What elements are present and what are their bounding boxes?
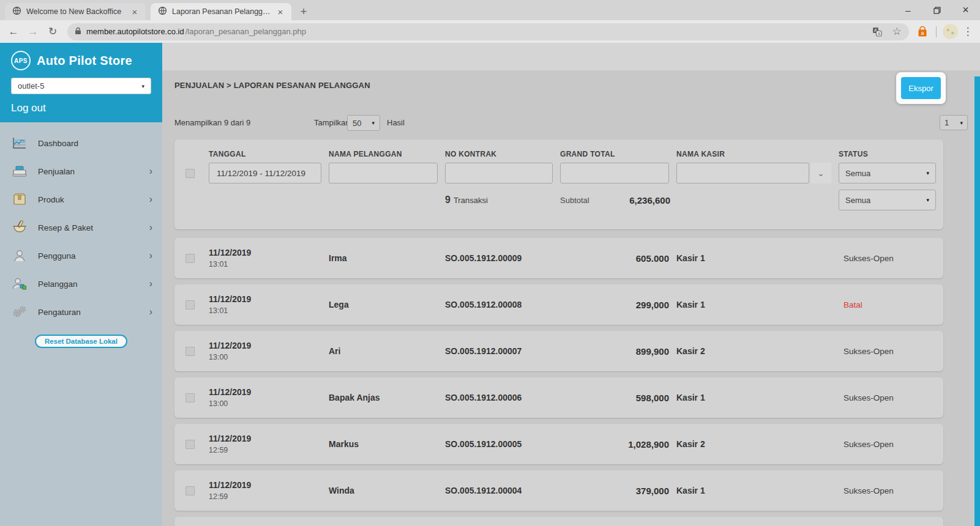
window-close-button[interactable]: × [951,0,980,20]
page-size-select[interactable]: 50 ▾ [347,115,380,131]
sidebar-item-dashboard[interactable]: Dashboard [0,129,162,157]
row-customer: Ari [329,346,445,356]
page-size-value: 50 [353,119,361,128]
row-checkbox[interactable] [185,440,195,449]
caret-down-icon: ▾ [960,120,963,126]
export-button[interactable]: Ekspor [901,77,941,99]
customer-name-filter-input[interactable] [329,163,438,183]
results-info-row: Menampilkan 9 dari 9 Tampilkan 50 ▾ Hasi… [174,115,968,131]
package-box-icon [11,193,28,206]
row-grand-total: 379,000 [560,486,676,496]
tab-close-icon[interactable]: × [130,7,140,17]
column-header-no-kontrak: NO KONTRAK [445,150,560,158]
row-customer: Markus [329,439,445,449]
cashier-filter-input[interactable] [676,163,809,183]
table-row[interactable]: 11/12/201913:01 Irma SO.005.1912.00009 6… [174,238,943,278]
aps-logo-icon: APS [11,51,31,70]
outlet-select[interactable]: outlet-5 ▾ [11,78,151,94]
table-row[interactable]: 11/12/201912:59 Markus SO.005.1912.00005… [174,424,943,464]
row-grand-total: 1,028,900 [560,439,676,450]
table-row[interactable]: 11/12/201913:00 Ari SO.005.1912.00007 89… [174,331,943,371]
row-date: 11/12/2019 [209,434,329,443]
sidebar-item-pengaturan[interactable]: Pengaturan › [0,298,162,326]
cash-register-icon [11,165,28,178]
column-header-nama-kasir: NAMA KASIR [676,150,839,158]
forward-button-icon[interactable]: → [24,23,42,40]
date-range-filter-input[interactable]: 11/12/2019 - 11/12/2019 [209,163,321,183]
page-number-value: 1 [944,118,949,127]
svg-text:a: a [878,31,880,35]
status-filter-select[interactable]: Semua ▾ [839,163,936,183]
select-all-checkbox[interactable] [185,169,195,178]
sidebar-item-label: Penjualan [38,167,140,176]
table-row[interactable]: 11/12/201913:00 Bapak Anjas SO.005.1912.… [174,377,943,418]
extension-shopping-icon[interactable]: a [915,24,930,39]
address-bar[interactable]: member.autopilotstore.co.id/laporan_pesa… [67,23,909,40]
new-tab-button[interactable]: + [295,3,312,20]
row-grand-total: 299,000 [560,300,676,310]
sidebar-item-label: Resep & Paket [38,223,140,232]
sidebar-item-penjualan[interactable]: Penjualan › [0,157,162,185]
window-restore-button[interactable] [922,0,951,20]
status-filter-2-value: Semua [845,196,870,205]
sidebar-item-produk[interactable]: Produk › [0,185,162,213]
status-filter-select-2[interactable]: Semua ▾ [839,190,936,210]
row-contract-no: SO.005.1912.00004 [445,486,560,495]
page-number-select[interactable]: 1 ▾ [940,115,968,130]
row-checkbox[interactable] [185,393,195,402]
reset-database-button[interactable]: Reset Database Lokal [35,335,127,348]
cashier-dropdown-chevron-icon[interactable]: ⌄ [810,163,831,183]
translate-icon[interactable]: Aa [870,24,885,39]
row-cashier: Kasir 1 [676,486,839,495]
row-checkbox[interactable] [185,347,195,356]
caret-down-icon: ▾ [141,83,144,89]
profile-avatar[interactable] [943,24,958,39]
browser-tab-backoffice[interactable]: Welcome to New Backoffice × [5,3,146,20]
showing-count-text: Menampilkan 9 dari 9 [174,118,250,127]
window-controls: – × [894,0,980,20]
grand-total-filter-input[interactable] [560,163,669,183]
sidebar-item-resep-paket[interactable]: Resep & Paket › [0,213,162,242]
row-checkbox[interactable] [185,254,195,263]
export-button-container: Ekspor [896,72,946,104]
row-customer: Lega [329,300,445,309]
sidebar-menu: Dashboard Penjualan › Produk › [0,122,162,348]
contract-no-filter-input[interactable] [445,163,553,183]
table-row[interactable]: 11/12/201912:59 Winda SO.005.1912.00004 … [174,470,943,511]
tab-close-icon[interactable]: × [275,7,285,17]
logout-link[interactable]: Log out [11,102,151,114]
chevron-right-icon: › [149,250,152,261]
chevron-right-icon: › [149,222,152,233]
dashboard-chart-icon [11,136,28,150]
transaction-count: 9Transaksi [445,194,560,206]
row-time: 13:00 [209,353,329,361]
back-button-icon[interactable]: ← [5,23,22,40]
window-minimize-button[interactable]: – [894,0,922,20]
content-top-band [162,43,980,70]
sidebar-item-label: Produk [38,195,140,204]
results-label: Hasil [387,118,405,127]
row-time: 12:59 [209,446,329,454]
table-row-partial[interactable] [174,517,943,526]
browser-menu-kebab-icon[interactable]: ⋮ [960,24,975,39]
customer-icon [11,277,28,291]
sidebar-item-label: Pengaturan [38,308,140,317]
column-header-tanggal: TANGGAL [209,150,329,158]
browser-tab-laporan[interactable]: Laporan Pesanan Pelanggan × [151,3,291,20]
column-header-grand-total: GRAND TOTAL [560,150,676,158]
browser-window: Welcome to New Backoffice × Laporan Pesa… [0,0,980,526]
row-checkbox[interactable] [185,300,195,309]
bookmark-star-icon[interactable]: ☆ [889,24,904,39]
row-grand-total: 605.000 [560,253,676,264]
toolbar-divider [936,26,937,37]
tab-title: Laporan Pesanan Pelanggan [172,7,271,16]
content-scrollbar[interactable] [974,76,980,526]
row-cashier: Kasir 1 [676,393,839,402]
row-checkbox[interactable] [185,486,195,495]
sidebar-item-pelanggan[interactable]: Pelanggan › [0,270,162,298]
reload-button-icon[interactable]: ↻ [44,23,61,40]
order-table-rows: 11/12/201913:01 Irma SO.005.1912.00009 6… [174,238,943,526]
chevron-right-icon: › [149,166,152,177]
sidebar-item-pengguna[interactable]: Pengguna › [0,242,162,270]
table-row[interactable]: 11/12/201913:01 Lega SO.005.1912.00008 2… [174,284,943,325]
